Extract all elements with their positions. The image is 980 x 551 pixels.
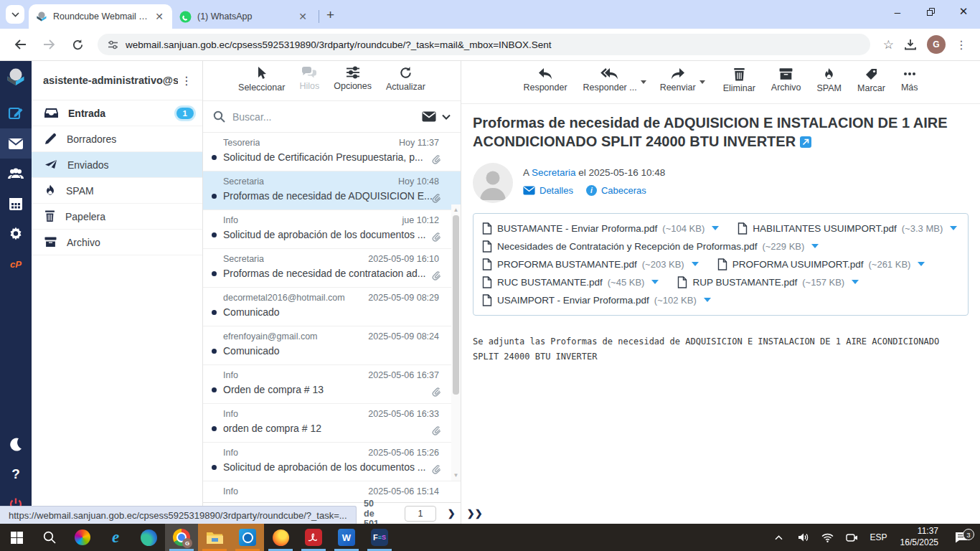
taskbar-clock[interactable]: 11:37 16/5/2025: [895, 526, 944, 548]
sidebar-item-enviados[interactable]: Enviados: [32, 152, 202, 178]
delete-button[interactable]: Eliminar: [723, 67, 755, 93]
wifi-icon[interactable]: [817, 533, 839, 542]
details-link[interactable]: Detalles: [523, 185, 573, 196]
refresh-button[interactable]: Actualizar: [386, 66, 425, 92]
forward-button[interactable]: Reenviar: [660, 67, 696, 93]
last-page-icon[interactable]: ❯❯: [467, 508, 483, 519]
attachment-menu-caret-icon[interactable]: [918, 262, 925, 266]
volume-icon[interactable]: [793, 532, 814, 542]
list-item[interactable]: Info2025-05-06 16:33 orden de compra # 1…: [203, 404, 461, 443]
spam-button[interactable]: SPAM: [817, 67, 842, 93]
help-icon[interactable]: ?: [0, 459, 32, 489]
search-input[interactable]: [232, 111, 415, 123]
options-button[interactable]: Opciones: [334, 66, 372, 91]
reply-button[interactable]: Responder: [523, 67, 567, 93]
search-options-chevron-icon[interactable]: [442, 114, 451, 120]
recipient-link[interactable]: Secretaria: [532, 167, 576, 178]
attachment-item[interactable]: Necesidades de Contratación y Recepción …: [482, 240, 819, 253]
list-item[interactable]: Info2025-05-06 16:37 Orden de compra # 1…: [203, 365, 461, 404]
meet-now-icon[interactable]: [842, 533, 863, 542]
attachment-item[interactable]: BUSTAMANTE - Enviar Proforma.pdf(~104 KB…: [482, 222, 719, 235]
tab-search-button[interactable]: [6, 5, 24, 24]
reply-all-caret-icon[interactable]: [641, 80, 646, 84]
archive-button[interactable]: Archivo: [771, 67, 801, 93]
attachment-menu-caret-icon[interactable]: [852, 280, 859, 284]
next-page-icon[interactable]: ❯: [448, 508, 456, 519]
list-item[interactable]: Info2025-05-06 15:14: [203, 481, 461, 502]
sidebar-item-archivo[interactable]: Archivo: [32, 230, 202, 255]
bookmark-star-icon[interactable]: ☆: [883, 37, 894, 52]
list-item[interactable]: decormetal2016@hotmail.com2025-05-09 08:…: [203, 288, 461, 326]
calendar-nav-icon[interactable]: [0, 189, 32, 219]
internet-explorer-button[interactable]: e: [99, 524, 132, 551]
contacts-nav-icon[interactable]: [0, 159, 32, 189]
reply-all-button[interactable]: Responder ...: [583, 67, 637, 93]
account-menu-icon[interactable]: ⋮: [178, 74, 195, 88]
firefox-button[interactable]: [264, 524, 297, 551]
action-center-button[interactable]: 3: [947, 532, 976, 543]
compose-button[interactable]: [0, 98, 32, 128]
page-input[interactable]: [405, 506, 436, 522]
attachment-menu-caret-icon[interactable]: [712, 226, 719, 230]
tab-close-icon[interactable]: ✕: [297, 11, 308, 22]
outlook-button[interactable]: [231, 524, 264, 551]
chrome-taskbar-button[interactable]: G: [165, 524, 198, 551]
list-item[interactable]: TesoreriaHoy 11:37 Solicitud de Certific…: [203, 133, 461, 171]
minimize-button[interactable]: –: [881, 0, 914, 23]
headers-link[interactable]: i Cabeceras: [586, 185, 646, 196]
mark-button[interactable]: Marcar: [857, 67, 885, 93]
taskbar-search-button[interactable]: [33, 524, 66, 551]
edge-button[interactable]: [132, 524, 165, 551]
back-button[interactable]: [9, 33, 32, 56]
restore-button[interactable]: [914, 0, 947, 23]
forward-button[interactable]: [37, 33, 60, 56]
list-item[interactable]: Infojue 10:12 Solicitud de aprobación de…: [203, 210, 461, 249]
file-explorer-button[interactable]: [198, 524, 231, 551]
word-button[interactable]: W: [330, 524, 363, 551]
address-bar[interactable]: webmail.sanjuan.gob.ec/cpsess5925319890/…: [98, 34, 870, 55]
site-settings-icon[interactable]: [108, 39, 118, 50]
tab-whatsapp[interactable]: (1) WhatsApp ✕: [172, 4, 316, 29]
fes-app-button[interactable]: F≡S: [363, 524, 396, 551]
copilot-button[interactable]: [66, 524, 99, 551]
search-scope-mail-icon[interactable]: [422, 111, 436, 122]
list-scrollbar[interactable]: ▲ ▼: [451, 204, 461, 481]
dark-mode-icon[interactable]: [0, 429, 32, 459]
sidebar-item-entrada[interactable]: Entrada 1: [32, 100, 202, 126]
tab-roundcube[interactable]: Roundcube Webmail :: Enviados ✕: [29, 4, 172, 29]
tab-close-icon[interactable]: ✕: [154, 11, 165, 22]
browser-profile-avatar[interactable]: G: [927, 35, 946, 54]
downloads-icon[interactable]: [904, 39, 917, 51]
list-item[interactable]: Secretaria2025-05-09 16:10 Proformas de …: [203, 249, 461, 288]
attachment-item[interactable]: HABILITANTES USUIMPORT.pdf(~3.3 MB): [738, 222, 957, 235]
attachment-menu-caret-icon[interactable]: [651, 280, 659, 284]
list-item[interactable]: efrenfoyain@gmail.com2025-05-09 08:24 Co…: [203, 326, 461, 365]
language-indicator[interactable]: ESP: [866, 532, 892, 542]
open-in-new-window-icon[interactable]: [800, 133, 811, 152]
select-button[interactable]: Seleccionar: [238, 66, 285, 93]
sidebar-item-spam[interactable]: SPAM: [32, 178, 202, 204]
attachment-menu-caret-icon[interactable]: [811, 244, 819, 248]
sidebar-item-borradores[interactable]: Borradores: [32, 126, 202, 152]
attachment-menu-caret-icon[interactable]: [704, 298, 711, 302]
attachment-item[interactable]: RUP BUSTAMANTE.pdf(~157 KB): [677, 276, 859, 288]
attachment-item[interactable]: PROFORMA BUSTAMANTE.pdf(~203 KB): [482, 258, 699, 270]
tray-chevron-icon[interactable]: [768, 535, 790, 540]
acrobat-button[interactable]: [297, 524, 330, 551]
mail-nav-icon[interactable]: [0, 128, 32, 159]
attachment-item[interactable]: USAIMPORT - Enviar Proforma.pdf(~102 KB): [482, 294, 711, 306]
start-button[interactable]: [0, 524, 33, 551]
cpanel-icon[interactable]: cP: [0, 249, 32, 279]
attachment-menu-caret-icon[interactable]: [950, 226, 957, 230]
attachment-menu-caret-icon[interactable]: [692, 262, 699, 266]
new-tab-button[interactable]: +: [322, 7, 341, 29]
close-window-button[interactable]: ✕: [947, 0, 980, 23]
reload-button[interactable]: [66, 33, 89, 56]
attachment-item[interactable]: PROFORMA USUIMPORT.pdf(~261 KB): [717, 258, 925, 270]
more-button[interactable]: Más: [901, 67, 918, 93]
list-item[interactable]: Info2025-05-06 15:26 Solicitud de aproba…: [203, 443, 461, 481]
list-item-selected[interactable]: SecretariaHoy 10:48 Proformas de necesid…: [203, 171, 461, 210]
settings-nav-icon[interactable]: [0, 219, 32, 249]
sidebar-item-papelera[interactable]: Papelera: [32, 204, 202, 230]
browser-menu-icon[interactable]: ⋮: [956, 38, 967, 52]
